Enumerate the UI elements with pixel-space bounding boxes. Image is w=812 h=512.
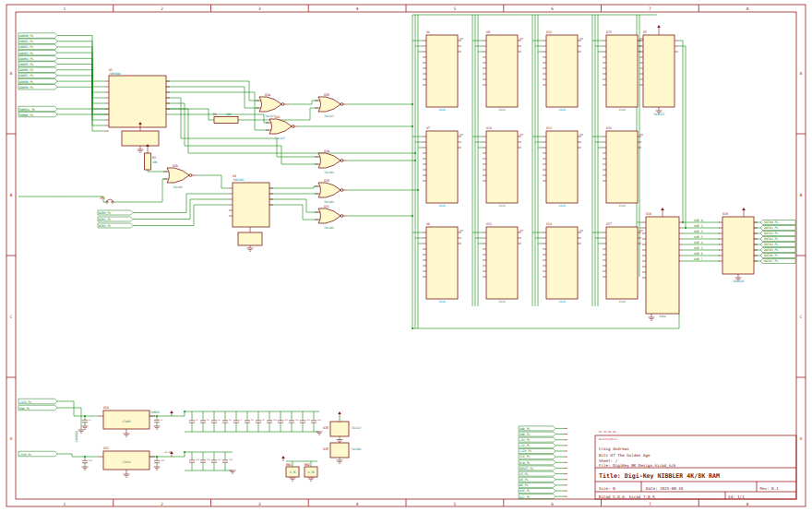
cap-c20: C20 <box>161 459 165 462</box>
frame-coord-top: 5 <box>454 6 457 11</box>
global-label-address-7-text: ADDR7_PL <box>19 74 33 77</box>
global-label-address-3-text: ADDR3_PL <box>19 52 33 55</box>
ram-chip-10[interactable]: U162114 <box>603 126 641 207</box>
global-label-address-9-text: ADDR9_PL <box>19 86 33 89</box>
ram-chip-3-ref: U9 <box>486 30 490 34</box>
rn-ref: RN1 <box>286 463 292 467</box>
ram-chip-6[interactable]: U122114 <box>543 30 581 111</box>
r1-ref: R1 <box>213 113 217 116</box>
frame-coord-left: C <box>10 315 13 319</box>
frame-coord-top: 8 <box>746 6 749 11</box>
global-label-data-3-text: DATA3_PL <box>764 237 778 241</box>
u1-power-unit[interactable] <box>122 131 159 146</box>
ram-chip-7-ref: U13 <box>546 126 552 130</box>
cap-row1-9: C12 <box>295 419 300 422</box>
ram-chip-3[interactable]: U92114 <box>483 30 521 111</box>
frame-coord-bottom: 2 <box>161 502 163 506</box>
ram-chip-8-ref: U14 <box>546 222 552 226</box>
u1-address-comparator-value: 74HC688 <box>109 72 121 76</box>
global-label-address-5-text: ADDR5_PL <box>19 63 33 66</box>
ram-chip-2[interactable]: U82114 <box>423 222 461 303</box>
global-label-nibble-0-text: NIB0_PL <box>99 211 112 215</box>
titleblock-file: File: DigiKey 8K Design.kicad_sch <box>599 463 676 468</box>
frame-coord-bottom: 3 <box>258 502 261 506</box>
ram-chip-2-value: 2114 <box>438 300 445 304</box>
frame-coord-top: 6 <box>551 6 554 11</box>
ram-plus5-label: +5V <box>460 134 464 137</box>
global-label-bus-0-text: GND_PL <box>519 427 531 431</box>
global-label-address-4-text: ADDR4_PL <box>19 57 33 61</box>
u19-bus-transceiver[interactable]: U1974LS245 <box>719 212 758 282</box>
ram-chip-6-ref: U12 <box>546 30 552 34</box>
frame-coord-bottom: 4 <box>356 502 359 506</box>
ram-chip-11-value: 2114 <box>618 300 625 304</box>
ram-plus5-label: +5V <box>519 134 524 137</box>
u4-counter-value: 74HC161 <box>233 178 245 182</box>
u5-selector[interactable]: U574LS157 <box>639 30 678 115</box>
global-label-bus-12-text: A17_PL <box>519 495 531 499</box>
global-label-bus-1-text: GND_PL <box>519 433 531 436</box>
ram-chip-1-value: 2114 <box>438 204 445 208</box>
jp1-ref: JP1 <box>100 196 105 200</box>
global-label-data-2-text: DATA2_PL <box>764 232 778 235</box>
global-label-bus-7-text: RESET_PL <box>519 467 533 470</box>
gate-ref: U2B <box>324 93 329 97</box>
gate-value: 74LS27 <box>324 114 334 118</box>
net-label-gob-2: GOB 2 <box>694 230 703 233</box>
ram-chip-8-value: 2114 <box>558 300 565 304</box>
gate-value: 74LS27 <box>265 114 275 118</box>
rn-ref: RN2 <box>304 463 310 467</box>
regulator-value: L7833 <box>122 460 130 464</box>
mounting-note-line1: H1 H2 H3 H4 <box>599 430 616 434</box>
net-label-gob-4: GOB 4 <box>694 241 703 244</box>
global-label-bus-9-text: OE_PL <box>519 478 529 482</box>
ram-chip-11[interactable]: U172114 <box>603 222 641 303</box>
ram-chip-5-ref: U11 <box>486 222 492 226</box>
cap-row2-3: C18 <box>229 458 233 461</box>
frame-coord-right: A <box>800 71 803 76</box>
ram-plus5-label: +5V <box>579 134 584 137</box>
ram-plus5-label: +5V <box>519 38 524 41</box>
junction-dot <box>184 411 185 412</box>
ram-chip-5[interactable]: U112114 <box>483 222 521 303</box>
gate-ref: U2C <box>275 115 281 119</box>
frame-coord-right: B <box>800 193 803 197</box>
ram-chip-7[interactable]: U132114 <box>543 126 581 207</box>
frame-coord-top: 7 <box>649 6 651 11</box>
ram-chip-0[interactable]: U62114 <box>423 30 461 111</box>
cap-c19: C19 <box>89 459 93 462</box>
global-label-bus-11-text: A16_PL <box>519 489 531 493</box>
global-label-bus-10-text: WE_PL <box>519 483 529 487</box>
ram-chip-7-value: 2114 <box>558 204 565 208</box>
frame-coord-bottom: 6 <box>551 502 554 506</box>
global-label-address-2-text: ADDR2_PL <box>19 45 33 49</box>
power-unit-value: 74LS27 <box>352 426 362 430</box>
titleblock-size: Size: B <box>599 486 615 491</box>
global-label-data-4-text: DATA4_PL <box>764 243 778 246</box>
gate-value: 74LS02 <box>173 185 183 189</box>
power-unit-value: 74LS02 <box>352 447 362 451</box>
u4-power-unit[interactable] <box>238 232 262 245</box>
net-label-gob-0: GOB 0 <box>694 219 703 222</box>
u1-address-comparator[interactable]: U174HC688 <box>105 68 170 132</box>
u19-bus-transceiver-ref: U19 <box>722 212 728 216</box>
gate-ref: U3D <box>173 164 178 168</box>
ram-plus5-label: +5V <box>639 230 644 232</box>
global-label-control-1-text: RAMWE_PL <box>19 113 33 117</box>
ram-chip-9[interactable]: U152114 <box>603 30 641 111</box>
frame-coord-bottom: 5 <box>454 502 457 506</box>
ram-chip-4[interactable]: U102114 <box>483 126 521 207</box>
global-label-data-5-text: DATA5_PL <box>764 248 778 252</box>
ram-chip-5-value: 2114 <box>498 300 505 304</box>
regulator-ref: U21 <box>103 447 109 450</box>
ram-chip-1[interactable]: U72114 <box>423 126 461 207</box>
global-label-data-1-text: DATA1_PL <box>764 226 778 230</box>
u18-sram-8k[interactable]: U186264 <box>642 212 683 317</box>
ram-chip-4-value: 2114 <box>498 204 505 208</box>
titleblock-company: Craig Andrews <box>599 447 629 451</box>
titleblock-title: Title: Digi-Key NIBBLER 4K/8K RAM <box>599 472 720 480</box>
titleblock-tool: KiCad E.D.A. kicad 7.0.9 <box>599 494 655 499</box>
power-unit-ref: U3E <box>323 447 328 451</box>
ram-plus5-label: +5V <box>460 38 464 41</box>
ram-chip-8[interactable]: U142114 <box>543 222 581 303</box>
